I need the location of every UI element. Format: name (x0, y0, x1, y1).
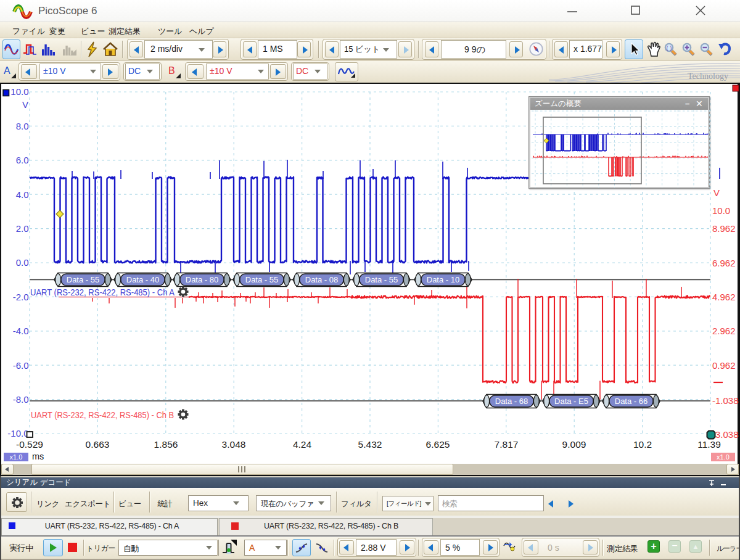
svg-text:Data - 55: Data - 55 (245, 275, 278, 284)
svg-text:2.0: 2.0 (16, 223, 29, 234)
svg-text:3.038: 3.038 (715, 429, 739, 440)
svg-text:-2.0: -2.0 (13, 292, 29, 302)
svg-text:Data - 55: Data - 55 (67, 275, 99, 284)
svg-text:8.0: 8.0 (16, 121, 29, 131)
svg-text:-10.0: -10.0 (7, 428, 28, 439)
svg-text:Data - 10: Data - 10 (427, 275, 459, 284)
svg-text:0.962: 0.962 (712, 360, 736, 371)
svg-text:( ): ( ) (667, 44, 672, 51)
svg-text:10.0: 10.0 (10, 86, 28, 97)
svg-text:Data - 80: Data - 80 (186, 275, 218, 284)
svg-text:-6.0: -6.0 (13, 360, 29, 371)
svg-text:V: V (22, 99, 28, 110)
svg-text:0.0: 0.0 (16, 257, 29, 268)
svg-text:-4.0: -4.0 (13, 326, 29, 336)
svg-text:Data - E5: Data - E5 (554, 397, 588, 406)
svg-text:UART (RS-232, RS-422, RS-485): UART (RS-232, RS-422, RS-485) - Ch B (31, 411, 174, 420)
svg-text:V: V (713, 187, 720, 198)
svg-text:Data - 55: Data - 55 (365, 275, 398, 284)
svg-text:Data - 68: Data - 68 (495, 397, 528, 406)
svg-text:4.0: 4.0 (16, 189, 29, 200)
svg-text:8.962: 8.962 (712, 223, 736, 234)
svg-text:4.962: 4.962 (712, 292, 736, 302)
svg-text:Technology: Technology (688, 72, 728, 81)
svg-text:Data - 08: Data - 08 (305, 275, 338, 284)
svg-text:6.0: 6.0 (16, 155, 29, 165)
svg-text:UART (RS-232, RS-422, RS-485): UART (RS-232, RS-422, RS-485) - Ch A (30, 288, 175, 297)
svg-text:2.962: 2.962 (712, 326, 736, 336)
svg-text:-8.0: -8.0 (13, 394, 29, 405)
svg-text:6.962: 6.962 (712, 258, 736, 268)
svg-text:Data - 40: Data - 40 (126, 275, 159, 284)
svg-text:10.0: 10.0 (712, 205, 730, 216)
svg-text:Data - 66: Data - 66 (615, 397, 648, 406)
svg-text:-1.038: -1.038 (712, 395, 739, 406)
